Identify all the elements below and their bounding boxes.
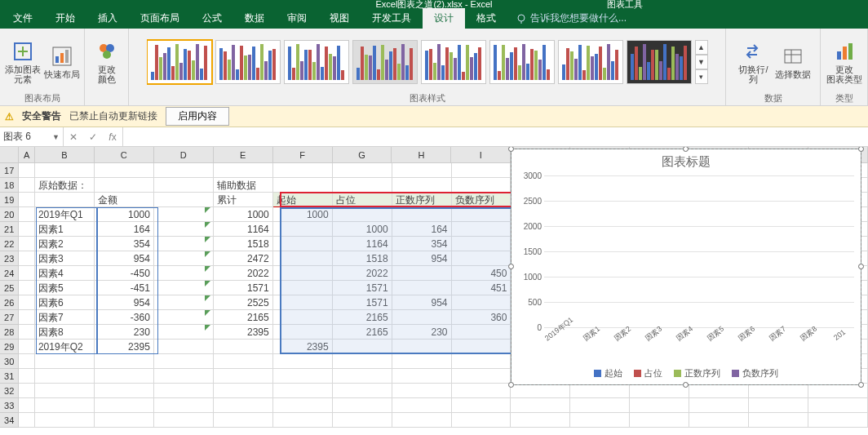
cell-L32[interactable] (630, 384, 689, 398)
cell-I24[interactable]: 450 (452, 266, 512, 281)
cell-O33[interactable] (808, 398, 868, 413)
col-header-A[interactable]: A (19, 147, 34, 162)
embedded-chart[interactable]: 图表标题 0500100015002000250030002019年Q1因素1因… (511, 149, 861, 385)
ribbon-tab-设计[interactable]: 设计 (423, 8, 465, 29)
cell-E32[interactable] (214, 384, 273, 398)
cell-F24[interactable] (273, 266, 333, 281)
fx-button[interactable]: fx (103, 131, 122, 143)
cell-D26[interactable] (154, 295, 214, 310)
cell-G24[interactable]: 2022 (333, 266, 392, 281)
chart-style-8[interactable] (627, 40, 692, 84)
row-header-17[interactable]: 17 (0, 163, 19, 178)
cell-H18[interactable] (392, 178, 452, 193)
row-header-24[interactable]: 24 (0, 266, 19, 281)
cell-N34[interactable] (749, 413, 808, 428)
cell-H27[interactable] (392, 310, 452, 325)
cell-A18[interactable] (19, 178, 35, 193)
cell-E23[interactable]: 2472 (214, 251, 273, 266)
ribbon-tab-文件[interactable]: 文件 (2, 8, 44, 29)
cell-B24[interactable]: 因素4 (35, 266, 95, 281)
cell-F21[interactable] (273, 222, 333, 237)
switch-row-col-button[interactable]: 切换行/列 (736, 40, 772, 84)
cell-B32[interactable] (35, 384, 95, 398)
cell-C27[interactable]: -360 (95, 310, 154, 325)
cell-L34[interactable] (630, 413, 689, 428)
cell-C28[interactable]: 230 (95, 325, 154, 340)
cell-I26[interactable] (452, 295, 512, 310)
formula-input[interactable] (123, 127, 868, 146)
cell-D27[interactable] (154, 310, 214, 325)
cell-D25[interactable] (154, 281, 214, 295)
ribbon-tab-开发工具[interactable]: 开发工具 (361, 8, 423, 29)
chart-style-3[interactable] (284, 40, 349, 84)
cell-G32[interactable] (333, 384, 392, 398)
cell-H17[interactable] (392, 163, 452, 178)
cell-I17[interactable] (452, 163, 512, 178)
cell-H30[interactable] (392, 354, 452, 369)
cell-D18[interactable] (154, 178, 214, 193)
cell-E27[interactable]: 2165 (214, 310, 273, 325)
cell-M32[interactable] (689, 384, 749, 398)
cell-B26[interactable]: 因素6 (35, 295, 95, 310)
cell-F31[interactable] (273, 369, 333, 384)
cell-F20[interactable]: 1000 (273, 207, 333, 222)
cell-I25[interactable]: 451 (452, 281, 512, 295)
row-header-32[interactable]: 32 (0, 384, 19, 398)
cell-I28[interactable] (452, 325, 512, 340)
cell-H32[interactable] (392, 384, 452, 398)
row-header-25[interactable]: 25 (0, 281, 19, 295)
cell-C29[interactable]: 2395 (95, 340, 154, 354)
cell-E17[interactable] (214, 163, 273, 178)
cell-I18[interactable] (452, 178, 512, 193)
col-header-H[interactable]: H (392, 147, 451, 162)
cell-B28[interactable]: 因素8 (35, 325, 95, 340)
cell-F22[interactable] (273, 237, 333, 251)
plot-area[interactable]: 0500100015002000250030002019年Q1因素1因素2因素3… (544, 175, 854, 327)
cell-H24[interactable] (392, 266, 452, 281)
cell-C22[interactable]: 354 (95, 237, 154, 251)
cell-D31[interactable] (154, 369, 214, 384)
enable-content-button[interactable]: 启用内容 (166, 107, 229, 126)
cell-F18[interactable] (273, 178, 333, 193)
cell-C24[interactable]: -450 (95, 266, 154, 281)
ribbon-tab-格式[interactable]: 格式 (465, 8, 507, 29)
cell-A19[interactable] (19, 193, 35, 207)
cell-E29[interactable] (214, 340, 273, 354)
cell-G20[interactable] (333, 207, 392, 222)
cell-H28[interactable]: 230 (392, 325, 452, 340)
cell-F32[interactable] (273, 384, 333, 398)
row-header-23[interactable]: 23 (0, 251, 19, 266)
cell-F29[interactable]: 2395 (273, 340, 333, 354)
col-header-D[interactable]: D (154, 147, 214, 162)
cell-A17[interactable] (19, 163, 35, 178)
cell-C21[interactable]: 164 (95, 222, 154, 237)
cell-A29[interactable] (19, 340, 35, 354)
cell-F34[interactable] (273, 413, 333, 428)
cell-E33[interactable] (214, 398, 273, 413)
chart-style-7[interactable] (558, 40, 623, 84)
cell-H29[interactable] (392, 340, 452, 354)
cell-D30[interactable] (154, 354, 214, 369)
cell-C32[interactable] (95, 384, 154, 398)
legend-item-负数序列[interactable]: 负数序列 (732, 367, 778, 380)
cell-B19[interactable] (35, 193, 95, 207)
gallery-down[interactable]: ▼ (695, 55, 708, 69)
row-header-34[interactable]: 34 (0, 413, 19, 428)
cell-G19[interactable]: 占位 (333, 193, 392, 207)
cell-E18[interactable]: 辅助数据 (214, 178, 273, 193)
gallery-up[interactable]: ▲ (695, 40, 708, 55)
cell-C17[interactable] (95, 163, 154, 178)
cell-N32[interactable] (749, 384, 808, 398)
cell-I23[interactable] (452, 251, 512, 266)
cell-H20[interactable] (392, 207, 452, 222)
row-header-31[interactable]: 31 (0, 369, 19, 384)
change-chart-type-button[interactable]: 更改 图表类型 (826, 40, 862, 84)
cell-D32[interactable] (154, 384, 214, 398)
cell-C23[interactable]: 954 (95, 251, 154, 266)
cell-O34[interactable] (808, 413, 868, 428)
cell-G34[interactable] (333, 413, 392, 428)
confirm-button[interactable]: ✓ (83, 131, 103, 143)
cell-D28[interactable] (154, 325, 214, 340)
cell-E30[interactable] (214, 354, 273, 369)
cell-B20[interactable]: 2019年Q1 (35, 207, 95, 222)
